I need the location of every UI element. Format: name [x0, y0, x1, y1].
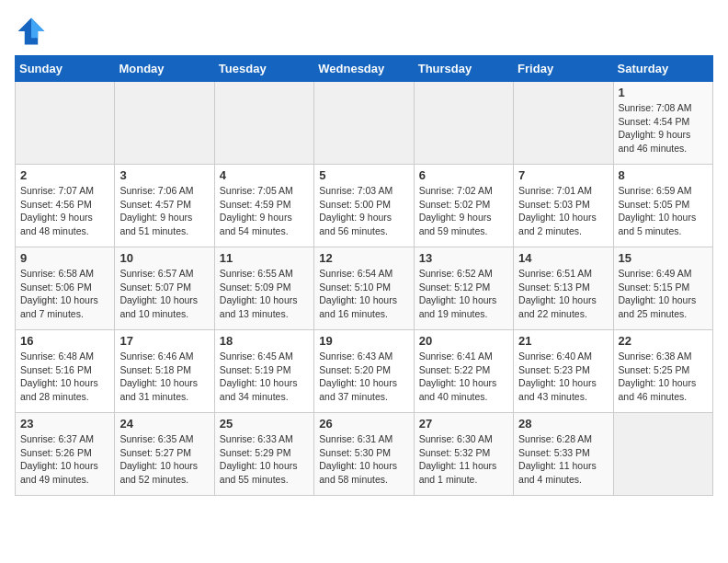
day-cell: 16Sunrise: 6:48 AM Sunset: 5:16 PM Dayli… — [16, 330, 115, 413]
day-number: 26 — [319, 417, 408, 431]
day-info: Sunrise: 6:54 AM Sunset: 5:10 PM Dayligh… — [319, 267, 408, 321]
day-cell: 27Sunrise: 6:30 AM Sunset: 5:32 PM Dayli… — [414, 413, 513, 496]
day-number: 1 — [619, 86, 708, 99]
day-number: 18 — [220, 334, 309, 348]
day-info: Sunrise: 7:01 AM Sunset: 5:03 PM Dayligh… — [518, 184, 608, 238]
day-number: 9 — [20, 251, 109, 265]
day-cell: 24Sunrise: 6:35 AM Sunset: 5:27 PM Dayli… — [115, 413, 214, 496]
day-number: 13 — [419, 251, 508, 265]
day-cell: 3Sunrise: 7:06 AM Sunset: 4:57 PM Daylig… — [115, 165, 214, 247]
day-info: Sunrise: 6:31 AM Sunset: 5:30 PM Dayligh… — [319, 432, 408, 487]
day-header-saturday: Saturday — [613, 56, 712, 82]
day-number: 4 — [220, 168, 309, 182]
week-row-1: 1Sunrise: 7:08 AM Sunset: 4:54 PM Daylig… — [16, 82, 713, 165]
day-number: 28 — [518, 417, 608, 431]
day-cell — [414, 82, 513, 165]
day-info: Sunrise: 6:58 AM Sunset: 5:06 PM Dayligh… — [20, 267, 109, 321]
day-number: 22 — [619, 334, 708, 348]
day-info: Sunrise: 6:49 AM Sunset: 5:15 PM Dayligh… — [619, 267, 708, 321]
day-cell: 11Sunrise: 6:55 AM Sunset: 5:09 PM Dayli… — [214, 247, 313, 330]
day-cell: 17Sunrise: 6:46 AM Sunset: 5:18 PM Dayli… — [115, 330, 214, 413]
day-info: Sunrise: 6:38 AM Sunset: 5:25 PM Dayligh… — [619, 350, 708, 404]
day-header-friday: Friday — [514, 56, 613, 82]
week-row-5: 23Sunrise: 6:37 AM Sunset: 5:26 PM Dayli… — [16, 413, 713, 496]
day-info: Sunrise: 7:03 AM Sunset: 5:00 PM Dayligh… — [319, 184, 408, 238]
day-number: 14 — [518, 251, 608, 265]
day-number: 17 — [119, 334, 209, 348]
day-cell: 2Sunrise: 7:07 AM Sunset: 4:56 PM Daylig… — [16, 165, 115, 247]
day-info: Sunrise: 6:33 AM Sunset: 5:29 PM Dayligh… — [220, 432, 309, 487]
day-info: Sunrise: 6:52 AM Sunset: 5:12 PM Dayligh… — [419, 267, 508, 321]
day-info: Sunrise: 7:08 AM Sunset: 4:54 PM Dayligh… — [619, 101, 708, 155]
day-cell: 10Sunrise: 6:57 AM Sunset: 5:07 PM Dayli… — [115, 247, 214, 330]
day-cell: 15Sunrise: 6:49 AM Sunset: 5:15 PM Dayli… — [613, 247, 712, 330]
day-cell — [214, 82, 313, 165]
day-header-thursday: Thursday — [414, 56, 513, 82]
day-cell: 13Sunrise: 6:52 AM Sunset: 5:12 PM Dayli… — [414, 247, 513, 330]
day-cell — [514, 82, 613, 165]
day-info: Sunrise: 6:43 AM Sunset: 5:20 PM Dayligh… — [319, 350, 408, 404]
day-info: Sunrise: 6:59 AM Sunset: 5:05 PM Dayligh… — [619, 184, 708, 238]
day-number: 8 — [619, 168, 708, 182]
day-cell: 21Sunrise: 6:40 AM Sunset: 5:23 PM Dayli… — [514, 330, 613, 413]
day-info: Sunrise: 6:46 AM Sunset: 5:18 PM Dayligh… — [119, 350, 209, 404]
day-cell: 25Sunrise: 6:33 AM Sunset: 5:29 PM Dayli… — [214, 413, 313, 496]
day-cell: 8Sunrise: 6:59 AM Sunset: 5:05 PM Daylig… — [613, 165, 712, 247]
day-cell — [16, 82, 115, 165]
day-number: 7 — [518, 168, 608, 182]
day-info: Sunrise: 6:57 AM Sunset: 5:07 PM Dayligh… — [119, 267, 209, 321]
day-info: Sunrise: 6:40 AM Sunset: 5:23 PM Dayligh… — [518, 350, 608, 404]
day-cell: 19Sunrise: 6:43 AM Sunset: 5:20 PM Dayli… — [314, 330, 414, 413]
day-number: 23 — [20, 417, 109, 431]
day-info: Sunrise: 6:30 AM Sunset: 5:32 PM Dayligh… — [419, 432, 508, 487]
day-header-monday: Monday — [115, 56, 214, 82]
day-cell: 23Sunrise: 6:37 AM Sunset: 5:26 PM Dayli… — [16, 413, 115, 496]
day-number: 21 — [518, 334, 608, 348]
day-header-wednesday: Wednesday — [314, 56, 414, 82]
week-row-4: 16Sunrise: 6:48 AM Sunset: 5:16 PM Dayli… — [16, 330, 713, 413]
day-info: Sunrise: 7:02 AM Sunset: 5:02 PM Dayligh… — [419, 184, 508, 238]
day-number: 20 — [419, 334, 508, 348]
day-cell: 6Sunrise: 7:02 AM Sunset: 5:02 PM Daylig… — [414, 165, 513, 247]
day-cell: 26Sunrise: 6:31 AM Sunset: 5:30 PM Dayli… — [314, 413, 414, 496]
day-number: 3 — [119, 168, 209, 182]
day-info: Sunrise: 7:07 AM Sunset: 4:56 PM Dayligh… — [20, 184, 109, 238]
day-cell: 9Sunrise: 6:58 AM Sunset: 5:06 PM Daylig… — [16, 247, 115, 330]
day-cell — [314, 82, 414, 165]
day-cell: 14Sunrise: 6:51 AM Sunset: 5:13 PM Dayli… — [514, 247, 613, 330]
day-info: Sunrise: 6:48 AM Sunset: 5:16 PM Dayligh… — [20, 350, 109, 404]
day-info: Sunrise: 7:06 AM Sunset: 4:57 PM Dayligh… — [119, 184, 209, 238]
day-number: 25 — [220, 417, 309, 431]
day-cell: 28Sunrise: 6:28 AM Sunset: 5:33 PM Dayli… — [514, 413, 613, 496]
logo — [15, 15, 51, 48]
calendar-table: SundayMondayTuesdayWednesdayThursdayFrid… — [15, 55, 713, 496]
day-info: Sunrise: 6:35 AM Sunset: 5:27 PM Dayligh… — [119, 432, 209, 487]
day-header-sunday: Sunday — [16, 56, 115, 82]
week-row-2: 2Sunrise: 7:07 AM Sunset: 4:56 PM Daylig… — [16, 165, 713, 247]
day-number: 24 — [119, 417, 209, 431]
calendar-body: 1Sunrise: 7:08 AM Sunset: 4:54 PM Daylig… — [16, 82, 713, 496]
day-info: Sunrise: 6:45 AM Sunset: 5:19 PM Dayligh… — [220, 350, 309, 404]
calendar-header: SundayMondayTuesdayWednesdayThursdayFrid… — [16, 56, 713, 82]
day-cell: 7Sunrise: 7:01 AM Sunset: 5:03 PM Daylig… — [514, 165, 613, 247]
header — [15, 15, 713, 48]
day-number: 11 — [220, 251, 309, 265]
day-cell: 12Sunrise: 6:54 AM Sunset: 5:10 PM Dayli… — [314, 247, 414, 330]
day-header-tuesday: Tuesday — [214, 56, 313, 82]
day-number: 5 — [319, 168, 408, 182]
day-info: Sunrise: 7:05 AM Sunset: 4:59 PM Dayligh… — [220, 184, 309, 238]
day-number: 16 — [20, 334, 109, 348]
day-cell: 20Sunrise: 6:41 AM Sunset: 5:22 PM Dayli… — [414, 330, 513, 413]
day-info: Sunrise: 6:28 AM Sunset: 5:33 PM Dayligh… — [518, 432, 608, 487]
day-info: Sunrise: 6:55 AM Sunset: 5:09 PM Dayligh… — [220, 267, 309, 321]
day-info: Sunrise: 6:37 AM Sunset: 5:26 PM Dayligh… — [20, 432, 109, 487]
day-cell: 4Sunrise: 7:05 AM Sunset: 4:59 PM Daylig… — [214, 165, 313, 247]
day-info: Sunrise: 6:51 AM Sunset: 5:13 PM Dayligh… — [518, 267, 608, 321]
day-cell: 18Sunrise: 6:45 AM Sunset: 5:19 PM Dayli… — [214, 330, 313, 413]
logo-icon — [15, 15, 48, 48]
week-row-3: 9Sunrise: 6:58 AM Sunset: 5:06 PM Daylig… — [16, 247, 713, 330]
day-cell: 22Sunrise: 6:38 AM Sunset: 5:25 PM Dayli… — [613, 330, 712, 413]
day-info: Sunrise: 6:41 AM Sunset: 5:22 PM Dayligh… — [419, 350, 508, 404]
day-number: 6 — [419, 168, 508, 182]
day-cell: 1Sunrise: 7:08 AM Sunset: 4:54 PM Daylig… — [613, 82, 712, 165]
